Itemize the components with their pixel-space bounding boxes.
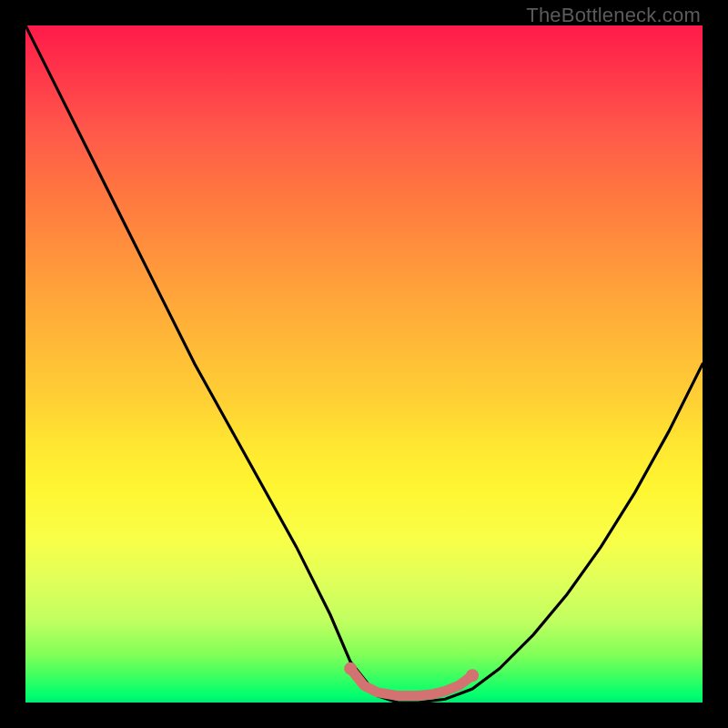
watermark-text: TheBottleneck.com <box>526 4 701 27</box>
plot-area <box>25 25 703 703</box>
optimal-zone-marker <box>350 669 472 696</box>
curve-svg <box>25 25 703 703</box>
optimal-endpoint-dot <box>466 669 479 682</box>
optimal-endpoint-dot <box>344 662 357 675</box>
curve-layer <box>25 25 703 703</box>
chart-container: TheBottleneck.com <box>0 0 728 728</box>
bottleneck-curve <box>25 25 703 703</box>
